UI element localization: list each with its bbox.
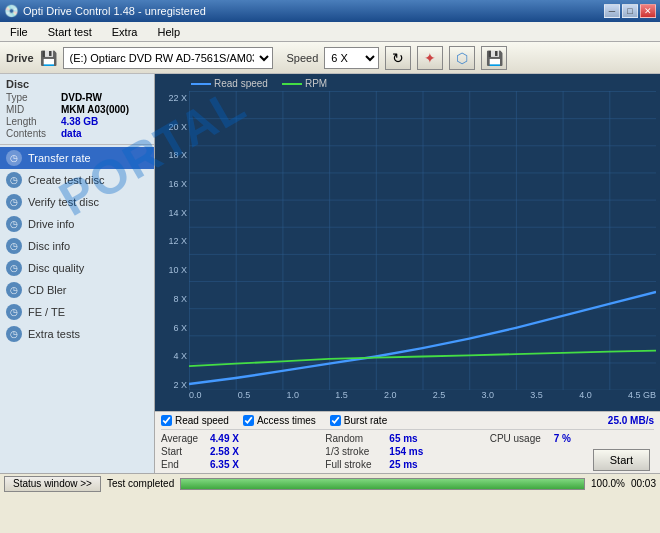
toolbar: Drive 💾 (E:) Optiarc DVD RW AD-7561S/AM0… xyxy=(0,42,660,74)
extra-tests-icon: ◷ xyxy=(6,326,22,342)
legend-rpm-color xyxy=(282,83,302,85)
cb-burst-rate-input[interactable] xyxy=(330,415,341,426)
disc-length-row: Length 4.38 GB xyxy=(6,116,148,127)
disc-type-row: Type DVD-RW xyxy=(6,92,148,103)
sidebar-item-drive-info[interactable]: ◷ Drive info xyxy=(0,213,154,235)
disc-info-label: Disc info xyxy=(28,240,70,252)
chart-svg xyxy=(189,91,656,390)
y-label-14: 14 X xyxy=(168,208,187,218)
menu-help[interactable]: Help xyxy=(151,25,186,39)
sidebar-item-cd-bler[interactable]: ◷ CD Bler xyxy=(0,279,154,301)
disc-quality-label: Disc quality xyxy=(28,262,84,274)
cb-access-times-input[interactable] xyxy=(243,415,254,426)
drive-label: Drive xyxy=(6,52,34,64)
stat-random: Random 65 ms xyxy=(325,432,489,445)
drive-select[interactable]: (E:) Optiarc DVD RW AD-7561S/AM03 xyxy=(63,47,273,69)
sidebar-item-fe-te[interactable]: ◷ FE / TE xyxy=(0,301,154,323)
disc-length-val: 4.38 GB xyxy=(61,116,98,127)
status-window-button[interactable]: Status window >> xyxy=(4,476,101,492)
progress-pct: 100.0% xyxy=(591,478,625,489)
stats-area: Read speed Access times Burst rate 25.0 … xyxy=(155,411,660,473)
create-test-disc-icon: ◷ xyxy=(6,172,22,188)
disc-mid-row: MID MKM A03(000) xyxy=(6,104,148,115)
speed-select[interactable]: 6 X xyxy=(324,47,379,69)
sidebar-item-disc-info[interactable]: ◷ Disc info xyxy=(0,235,154,257)
fe-te-label: FE / TE xyxy=(28,306,65,318)
erase-button[interactable]: ✦ xyxy=(417,46,443,70)
drive-icon: 💾 xyxy=(40,50,57,66)
sidebar-item-extra-tests[interactable]: ◷ Extra tests xyxy=(0,323,154,345)
x-label-30: 3.0 xyxy=(482,390,495,404)
elapsed-time: 00:03 xyxy=(631,478,656,489)
sidebar-item-transfer-rate[interactable]: ◷ Transfer rate xyxy=(0,147,154,169)
y-label-16: 16 X xyxy=(168,179,187,189)
checkboxes-row: Read speed Access times Burst rate 25.0 … xyxy=(161,415,654,430)
drive-info-label: Drive info xyxy=(28,218,74,230)
disc-length-key: Length xyxy=(6,116,61,127)
disc-contents-key: Contents xyxy=(6,128,61,139)
sidebar-item-disc-quality[interactable]: ◷ Disc quality xyxy=(0,257,154,279)
chart-legend: Read speed RPM xyxy=(159,78,656,89)
progress-fill xyxy=(181,479,584,489)
speed-label: Speed xyxy=(287,52,319,64)
progress-bar xyxy=(180,478,585,490)
legend-read-color xyxy=(191,83,211,85)
status-bar: Status window >> Test completed 100.0% 0… xyxy=(0,473,660,493)
x-axis: 0.0 0.5 1.0 1.5 2.0 2.5 3.0 3.5 4.0 4.5 … xyxy=(189,390,656,404)
x-label-45: 4.5 GB xyxy=(628,390,656,404)
cd-bler-label: CD Bler xyxy=(28,284,67,296)
stats-col-2: Random 65 ms 1/3 stroke 154 ms Full stro… xyxy=(325,432,489,471)
verify-test-disc-icon: ◷ xyxy=(6,194,22,210)
y-label-8: 8 X xyxy=(173,294,187,304)
disc-contents-val: data xyxy=(61,128,82,139)
burn-button[interactable]: ⬡ xyxy=(449,46,475,70)
stat-fullstroke: Full stroke 25 ms xyxy=(325,458,489,471)
cb-read-speed[interactable]: Read speed xyxy=(161,415,229,426)
legend-rpm-label: RPM xyxy=(305,78,327,89)
disc-type-val: DVD-RW xyxy=(61,92,102,103)
save-button[interactable]: 💾 xyxy=(481,46,507,70)
legend-read-label: Read speed xyxy=(214,78,268,89)
x-label-25: 2.5 xyxy=(433,390,446,404)
y-label-22: 22 X xyxy=(168,93,187,103)
burst-rate-value: 25.0 MB/s xyxy=(608,415,654,426)
disc-info-icon: ◷ xyxy=(6,238,22,254)
app-icon: 💿 xyxy=(4,4,19,18)
y-axis: 22 X 20 X 18 X 16 X 14 X 12 X 10 X 8 X 6… xyxy=(159,91,189,404)
cb-access-times[interactable]: Access times xyxy=(243,415,316,426)
stat-start: Start 2.58 X xyxy=(161,445,325,458)
cd-bler-icon: ◷ xyxy=(6,282,22,298)
window-controls: ─ □ ✕ xyxy=(604,4,656,18)
stats-rows: Average 4.49 X Start 2.58 X End 6.35 X xyxy=(161,430,654,471)
create-test-disc-label: Create test disc xyxy=(28,174,104,186)
x-label-0: 0.0 xyxy=(189,390,202,404)
minimize-button[interactable]: ─ xyxy=(604,4,620,18)
y-label-2: 2 X xyxy=(173,380,187,390)
stats-col-3: CPU usage 7 % Start xyxy=(490,432,654,471)
maximize-button[interactable]: □ xyxy=(622,4,638,18)
stat-average: Average 4.49 X xyxy=(161,432,325,445)
y-label-20: 20 X xyxy=(168,122,187,132)
status-text: Test completed xyxy=(107,478,174,489)
sidebar-item-verify-test-disc[interactable]: ◷ Verify test disc xyxy=(0,191,154,213)
y-label-10: 10 X xyxy=(168,265,187,275)
close-button[interactable]: ✕ xyxy=(640,4,656,18)
y-label-18: 18 X xyxy=(168,150,187,160)
menu-file[interactable]: File xyxy=(4,25,34,39)
cb-burst-rate[interactable]: Burst rate xyxy=(330,415,387,426)
x-label-10: 1.0 xyxy=(287,390,300,404)
x-label-15: 1.5 xyxy=(335,390,348,404)
disc-contents-row: Contents data xyxy=(6,128,148,139)
refresh-button[interactable]: ↻ xyxy=(385,46,411,70)
verify-test-disc-label: Verify test disc xyxy=(28,196,99,208)
menu-extra[interactable]: Extra xyxy=(106,25,144,39)
cb-read-speed-input[interactable] xyxy=(161,415,172,426)
disc-quality-icon: ◷ xyxy=(6,260,22,276)
y-label-12: 12 X xyxy=(168,236,187,246)
sidebar-item-create-test-disc[interactable]: ◷ Create test disc xyxy=(0,169,154,191)
start-button[interactable]: Start xyxy=(593,449,650,471)
menu-bar: File Start test Extra Help xyxy=(0,22,660,42)
menu-start-test[interactable]: Start test xyxy=(42,25,98,39)
drive-info-icon: ◷ xyxy=(6,216,22,232)
fe-te-icon: ◷ xyxy=(6,304,22,320)
